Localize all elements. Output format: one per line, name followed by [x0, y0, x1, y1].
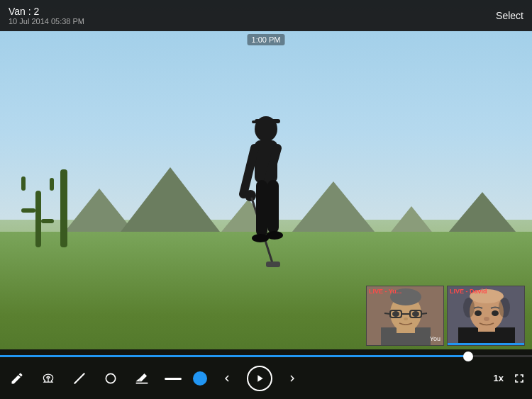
progress-thumb[interactable] [463, 352, 473, 361]
thumb-sub-label-1: You [430, 335, 440, 342]
next-button[interactable] [281, 367, 304, 390]
controls-row: 1x [0, 357, 532, 399]
thumb-label-2: LIVE - David [450, 288, 487, 295]
line-button[interactable] [68, 367, 91, 390]
svg-point-35 [484, 317, 489, 321]
fullscreen-button[interactable] [512, 371, 526, 386]
progress-fill [0, 355, 468, 357]
thumb-label-1: LIVE - Yu... [369, 288, 401, 295]
video-date: 10 Jul 2014 05:38 PM [9, 17, 84, 26]
thumbnails-container: LIVE - Yu... [366, 286, 525, 346]
top-bar: Van : 2 10 Jul 2014 05:38 PM Select [0, 0, 532, 31]
svg-point-24 [412, 311, 419, 317]
circle-button[interactable] [99, 367, 122, 390]
svg-line-4 [243, 148, 255, 194]
svg-line-36 [74, 373, 84, 383]
select-button[interactable]: Select [496, 10, 523, 21]
color-dot-button[interactable] [193, 371, 207, 386]
right-controls: 1x [494, 371, 526, 386]
video-title: Van : 2 [9, 6, 84, 17]
cactus-right [60, 169, 67, 247]
draw-button[interactable] [6, 367, 28, 390]
speed-label[interactable]: 1x [494, 373, 504, 383]
svg-point-31 [463, 298, 475, 317]
thumbnail-2: LIVE - David [447, 286, 525, 346]
svg-rect-2 [252, 120, 257, 123]
dash-button[interactable] [162, 367, 184, 390]
svg-line-21 [384, 313, 390, 314]
svg-rect-9 [256, 180, 267, 237]
bottom-bar: 1x [0, 349, 532, 399]
thumbnail-1: LIVE - Yu... [366, 286, 444, 346]
cactus-left [35, 191, 41, 247]
svg-point-34 [492, 310, 499, 316]
left-controls [6, 366, 304, 391]
svg-point-33 [475, 310, 482, 316]
play-button[interactable] [247, 366, 272, 391]
blue-indicator [448, 343, 524, 345]
svg-rect-38 [165, 378, 182, 380]
video-container: Van : 2 10 Jul 2014 05:38 PM Select 1:00… [0, 0, 532, 399]
golfer-silhouette [223, 109, 309, 279]
progress-track[interactable] [0, 355, 532, 357]
svg-point-12 [266, 231, 283, 240]
prev-button[interactable] [216, 367, 238, 390]
svg-point-23 [392, 311, 399, 317]
svg-rect-8 [266, 262, 280, 267]
curve-button[interactable] [37, 367, 60, 390]
svg-point-32 [499, 298, 510, 317]
title-area: Van : 2 10 Jul 2014 05:38 PM [9, 6, 84, 26]
svg-rect-1 [255, 119, 280, 123]
svg-point-37 [106, 373, 115, 383]
svg-rect-10 [267, 180, 279, 233]
timestamp: 1:00 PM [248, 34, 285, 45]
svg-point-25 [404, 317, 408, 320]
svg-point-6 [245, 190, 256, 201]
svg-line-22 [421, 313, 427, 314]
eraser-button[interactable] [131, 367, 153, 390]
